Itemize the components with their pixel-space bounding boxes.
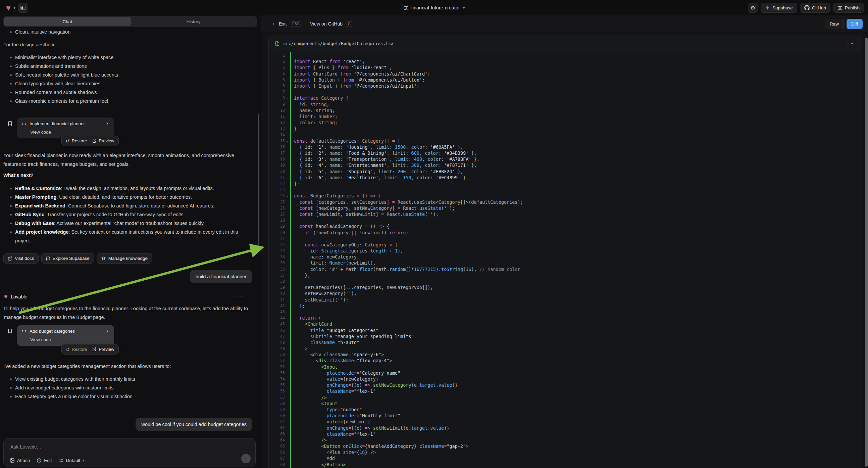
code-text: /> bbox=[291, 437, 327, 443]
view-on-github-link[interactable]: View on GitHub G bbox=[310, 16, 353, 32]
code-text: placeholder="Category name" bbox=[291, 370, 400, 376]
publish-button[interactable]: Publish bbox=[833, 3, 864, 13]
target-icon bbox=[37, 458, 41, 463]
code-line: 46 title="Budget Categories" bbox=[269, 327, 862, 333]
send-button[interactable]: ↑ bbox=[241, 454, 251, 463]
code-line: 25 const [categories, setCategories] = R… bbox=[269, 199, 862, 205]
restore-icon: ↺ bbox=[66, 139, 70, 143]
lovable-app-window: ♥ ▾ financial-future-creator ▾ ⚙ Supabas… bbox=[0, 0, 868, 468]
restore-button[interactable]: ↺Restore bbox=[66, 138, 87, 143]
tab-chat[interactable]: Chat bbox=[4, 17, 130, 26]
diff-added-bar bbox=[290, 52, 291, 58]
chat-scrollbar-thumb[interactable] bbox=[258, 114, 259, 250]
bookmark-icon[interactable] bbox=[7, 328, 13, 334]
view-code-link[interactable]: View code bbox=[30, 337, 110, 342]
attach-button[interactable]: Attach bbox=[10, 458, 30, 463]
message-more-options-icon[interactable]: ··· bbox=[236, 293, 243, 299]
bullet-text: Add new budget categories with custom li… bbox=[15, 383, 114, 392]
code-text: value={newLimit} bbox=[291, 419, 370, 425]
fold-toggle-icon[interactable]: ⌄ bbox=[285, 139, 290, 142]
lovable-avatar-icon: ♥ bbox=[4, 293, 8, 300]
code-text: type="number" bbox=[291, 407, 362, 412]
github-button[interactable]: GitHub bbox=[800, 3, 830, 13]
logo-chevron-down-icon[interactable]: ▾ bbox=[13, 6, 16, 10]
raw-button[interactable]: Raw bbox=[825, 19, 844, 29]
code-text: onChange={(e) => setNewLimit(e.target.va… bbox=[291, 426, 449, 431]
bookmark-icon[interactable] bbox=[7, 121, 13, 126]
line-number: 66 bbox=[269, 450, 285, 455]
supabase-button[interactable]: Supabase bbox=[761, 3, 797, 13]
line-number: 63 bbox=[269, 432, 285, 436]
design-bullet-list: Minimalist interface with plenty of whit… bbox=[0, 53, 254, 106]
code-text: </Button> bbox=[291, 462, 346, 467]
code-line: 68 </Button> bbox=[269, 462, 862, 468]
visit-docs-button[interactable]: Visit docs bbox=[3, 253, 39, 264]
design-bullet: Soft, neutral color palette with light b… bbox=[0, 70, 254, 79]
design-bullet: Rounded corners and subtle shadows bbox=[0, 88, 254, 97]
fold-toggle-icon[interactable]: ⌄ bbox=[285, 97, 290, 100]
assistant-name: Lovable bbox=[11, 294, 27, 299]
globe-icon bbox=[403, 5, 408, 10]
edit-button[interactable]: Edit bbox=[37, 458, 52, 463]
code-diff-area[interactable]: 12import React from 'react';3import { Pl… bbox=[269, 51, 862, 468]
esc-key-badge: ESC bbox=[290, 21, 302, 27]
collapse-file-button[interactable] bbox=[846, 38, 858, 49]
code-viewer-header: Exit ESC View on GitHub G Raw Diff bbox=[261, 16, 868, 32]
diff-button[interactable]: Diff bbox=[846, 19, 863, 29]
change-card-implement-financial-planner[interactable]: Implement financial planner View code bbox=[17, 117, 114, 138]
design-bullet: Subtle animations and transitions bbox=[0, 62, 254, 70]
file-header[interactable]: src/components/budget/BudgetCategories.t… bbox=[269, 36, 862, 51]
chat-message-list[interactable]: Clean, intuitive navigation For the desi… bbox=[0, 28, 261, 438]
code-line: 22]; bbox=[269, 181, 862, 187]
github-icon bbox=[804, 5, 810, 10]
preview-button[interactable]: Preview bbox=[92, 138, 114, 143]
tab-history[interactable]: History bbox=[130, 17, 256, 26]
bullet-dot bbox=[10, 214, 12, 215]
line-number: 27 bbox=[269, 212, 285, 216]
code-line: 66 <Plus size={16} /> bbox=[269, 449, 862, 455]
line-number: 34 bbox=[269, 255, 285, 259]
project-switcher[interactable]: financial-future-creator ▾ bbox=[403, 0, 465, 16]
code-line: 11 limit: number; bbox=[269, 114, 862, 119]
bullet-text: Soft, neutral color palette with light b… bbox=[15, 70, 118, 79]
restore-button[interactable]: ↺Restore bbox=[66, 347, 87, 352]
exit-label: Exit bbox=[279, 21, 286, 27]
fold-toggle-icon[interactable]: ⌄ bbox=[285, 243, 290, 246]
sidebar-toggle-button[interactable] bbox=[18, 3, 28, 13]
settings-button[interactable]: ⚙ bbox=[748, 3, 758, 13]
bullet-text: Master Prompting: Use clear, detailed, a… bbox=[15, 193, 192, 201]
preview-label: Preview bbox=[99, 347, 114, 352]
preview-button[interactable]: Preview bbox=[92, 347, 114, 352]
change-card-add-budget-categories[interactable]: Add budget categories View code bbox=[17, 325, 114, 346]
line-number: 41 bbox=[269, 297, 285, 302]
code-line: 59 type="number" bbox=[269, 407, 862, 413]
view-code-link[interactable]: View code bbox=[30, 129, 110, 135]
chat-input-box[interactable]: Ask Lovable... Attach Edit Default ▾ ↑ bbox=[3, 438, 256, 467]
code-line: 40 setNewCategory(''); bbox=[269, 290, 862, 296]
line-number: 20 bbox=[269, 169, 285, 174]
line-number: 47 bbox=[269, 334, 285, 339]
window-scrollbar-thumb[interactable] bbox=[865, 38, 868, 467]
code-text: const BudgetCategories = () => { bbox=[291, 193, 381, 198]
fold-toggle-icon[interactable]: ⌄ bbox=[285, 225, 290, 228]
explore-supabase-button[interactable]: Explore Supabase bbox=[41, 253, 94, 264]
supabase-bolt-icon bbox=[765, 5, 770, 10]
chat-bubble-icon bbox=[45, 256, 50, 261]
diff-added-bar bbox=[290, 236, 291, 242]
bullet-dot bbox=[10, 196, 12, 198]
code-line: 13} bbox=[269, 125, 862, 131]
change-card-title: Add budget categories bbox=[30, 329, 102, 334]
line-number: 2 bbox=[269, 59, 285, 64]
design-bullet: Glass-morphic elements for a premium fee… bbox=[0, 97, 254, 106]
code-line: 67 Add bbox=[269, 455, 862, 461]
bullet-dot bbox=[10, 188, 12, 189]
code-line: 32⌄ const newCategoryObj: Category = { bbox=[269, 242, 862, 248]
lovable-logo-icon[interactable]: ♥ bbox=[6, 4, 11, 12]
fold-toggle-icon[interactable]: ⌄ bbox=[285, 195, 290, 197]
restore-label: Restore bbox=[72, 347, 87, 352]
exit-control[interactable]: Exit ESC bbox=[271, 16, 302, 32]
chat-mode-selector[interactable]: Default ▾ bbox=[59, 458, 85, 463]
diff-added-bar bbox=[290, 217, 291, 223]
code-text: }; bbox=[291, 303, 305, 309]
manage-knowledge-button[interactable]: Manage knowledge bbox=[97, 253, 152, 264]
